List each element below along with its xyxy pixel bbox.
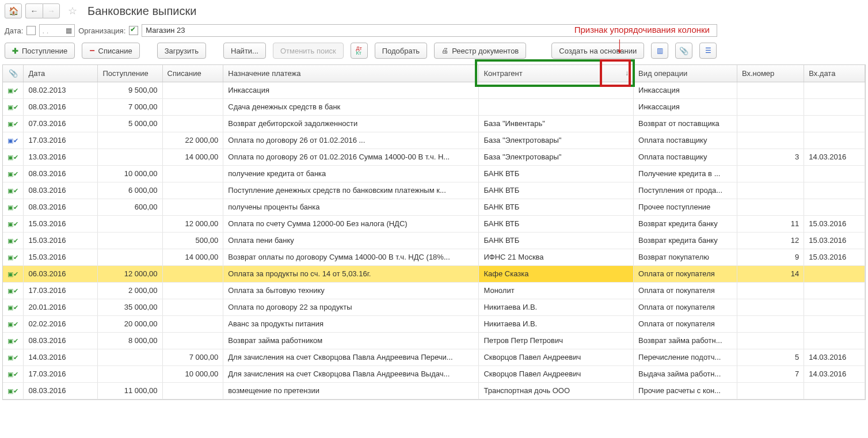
row-status-icon: ▣✔	[3, 315, 24, 332]
date-filter-checkbox[interactable]	[26, 26, 36, 35]
report-icon: ▥	[657, 47, 663, 55]
cell-inflow: 2 000,00	[98, 282, 162, 299]
attach-icon-button[interactable]: 📎	[675, 43, 692, 59]
column-agent[interactable]: Контрагент↓	[479, 65, 634, 82]
cell-type: Перечисление подотч...	[634, 349, 737, 365]
back-button[interactable]: ←	[25, 3, 43, 18]
column-in-num[interactable]: Вх.номер	[737, 65, 804, 82]
printer-icon: 🖨	[441, 47, 448, 55]
outflow-button[interactable]: −Списание	[82, 43, 139, 59]
org-filter-checkbox[interactable]	[129, 26, 138, 35]
load-button[interactable]: Загрузить	[157, 43, 206, 59]
cell-date: 17.03.2016	[24, 365, 98, 382]
table-row[interactable]: ▣✔15.03.201614 000,00Возврат оплаты по д…	[3, 249, 865, 265]
column-type[interactable]: Вид операции	[634, 65, 737, 82]
date-filter-input[interactable]: . . ▦	[39, 24, 75, 37]
cell-outflow	[162, 182, 223, 199]
table-row[interactable]: ▣✔07.03.20165 000,00Возврат дебиторской …	[3, 115, 865, 132]
registry-button[interactable]: 🖨Реестр документов	[434, 43, 526, 59]
table-row[interactable]: ▣✔08.03.20167 000,00Сдача денежных средс…	[3, 98, 865, 115]
cell-type: Возврат от поставщика	[634, 115, 737, 132]
cell-agent: Кафе Сказка	[479, 265, 634, 282]
table-row[interactable]: ▣✔02.02.201620 000,00Аванс за продукты п…	[3, 315, 865, 332]
cell-in-date	[804, 132, 865, 148]
cell-in-num	[737, 98, 804, 115]
favorite-icon[interactable]: ☆	[68, 5, 77, 17]
row-status-icon: ▣✔	[3, 182, 24, 199]
table-row[interactable]: ▣✔08.03.201610 000,00получение кредита о…	[3, 165, 865, 182]
cell-inflow	[98, 148, 162, 165]
cell-agent: Петров Петр Петрович	[479, 332, 634, 349]
column-purpose[interactable]: Назначение платежа	[223, 65, 479, 82]
row-status-icon: ▣✔	[3, 148, 24, 165]
table-row[interactable]: ▣✔15.03.2016500,00Оплата пени банкуБАНК …	[3, 232, 865, 249]
table-row[interactable]: ▣✔06.03.201612 000,00Оплата за продукты …	[3, 265, 865, 282]
cell-type: Возврат кредита банку	[634, 232, 737, 249]
cell-purpose: Оплата по договору 26 от 01.02.2016 Сумм…	[223, 148, 479, 165]
cell-agent: Никитаева И.В.	[479, 299, 634, 315]
cell-in-num	[737, 82, 804, 98]
cell-purpose: Оплата по договору 26 от 01.02.2016 ...	[223, 132, 479, 148]
table-row[interactable]: ▣✔13.03.201614 000,00Оплата по договору …	[3, 148, 865, 165]
report-icon-button[interactable]: ▥	[651, 43, 668, 59]
cell-type: Оплата от покупателя	[634, 315, 737, 332]
row-status-icon: ▣✔	[3, 132, 24, 148]
forward-button[interactable]: →	[43, 3, 60, 18]
cell-date: 08.03.2016	[24, 182, 98, 199]
create-based-button[interactable]: Создать на основании	[551, 43, 644, 59]
row-status-icon: ▣✔	[3, 249, 24, 265]
cell-purpose: Оплата пени банку	[223, 232, 479, 249]
find-button[interactable]: Найти...	[223, 43, 266, 59]
cell-in-num	[737, 315, 804, 332]
cell-type: Оплата от покупателя	[634, 299, 737, 315]
column-inflow[interactable]: Поступление	[98, 65, 162, 82]
home-button[interactable]: 🏠	[5, 3, 22, 18]
table-row[interactable]: ▣✔14.03.20167 000,00Для зачисления на сч…	[3, 349, 865, 365]
cell-agent: База "Электротовары"	[479, 132, 634, 148]
table-row[interactable]: ▣✔08.02.20139 500,00ИнкассацияИнкассация	[3, 82, 865, 98]
column-attachment[interactable]: 📎	[3, 65, 24, 82]
table-row[interactable]: ▣✔17.03.201610 000,00Для зачисления на с…	[3, 365, 865, 382]
column-in-date[interactable]: Вх.дата	[804, 65, 865, 82]
calendar-icon[interactable]: ▦	[66, 26, 72, 35]
cell-purpose: Инкассация	[223, 82, 479, 98]
org-value: Магазин 23	[146, 26, 185, 35]
cell-in-date	[804, 182, 865, 199]
cell-agent: Скворцов Павел Андреевич	[479, 365, 634, 382]
table-row[interactable]: ▣✔08.03.20166 000,00Поступление денежных…	[3, 182, 865, 199]
cell-inflow	[98, 215, 162, 232]
cell-in-date	[804, 299, 865, 315]
table-row[interactable]: ▣✔08.03.2016600,00получены проценты банк…	[3, 199, 865, 215]
plus-icon: ✚	[12, 47, 18, 55]
org-label: Организация:	[78, 26, 125, 35]
minus-icon: −	[89, 45, 94, 56]
table-row[interactable]: ▣✔08.03.20168 000,00Возврат займа работн…	[3, 332, 865, 349]
cell-inflow	[98, 349, 162, 365]
table-row[interactable]: ▣✔20.01.201635 000,00Оплата по договору …	[3, 299, 865, 315]
cell-inflow	[98, 365, 162, 382]
dtkt-button[interactable]: ДтКт	[351, 43, 368, 59]
cell-type: Прочее поступление	[634, 199, 737, 215]
cell-in-num: 11	[737, 215, 804, 232]
cell-type: Инкассация	[634, 98, 737, 115]
select-button[interactable]: Подобрать	[375, 43, 427, 59]
cell-in-date: 14.03.2016	[804, 349, 865, 365]
column-date[interactable]: Дата	[24, 65, 98, 82]
row-status-icon: ▣✔	[3, 332, 24, 349]
table-row[interactable]: ▣✔15.03.201612 000,00Оплата по счету Сум…	[3, 215, 865, 232]
cell-outflow	[162, 82, 223, 98]
inflow-button[interactable]: ✚Поступление	[5, 43, 75, 59]
list-icon-button[interactable]: ☰	[699, 43, 717, 59]
cell-purpose: Поступление денежных средств по банковск…	[223, 182, 479, 199]
cell-in-date	[804, 82, 865, 98]
cell-purpose: Для зачисления на счет Скворцова Павла А…	[223, 365, 479, 382]
column-outflow[interactable]: Списание	[162, 65, 223, 82]
table-row[interactable]: ▣✔17.03.201622 000,00Оплата по договору …	[3, 132, 865, 148]
row-status-icon: ▣✔	[3, 282, 24, 299]
date-placeholder: . .	[42, 26, 48, 35]
table-row[interactable]: ▣✔17.03.20162 000,00Оплата за бытовую те…	[3, 282, 865, 299]
table-row[interactable]: ▣✔08.03.201611 000,00возмещение по прете…	[3, 382, 865, 399]
cell-outflow	[162, 282, 223, 299]
cell-inflow: 600,00	[98, 199, 162, 215]
cell-outflow	[162, 382, 223, 399]
